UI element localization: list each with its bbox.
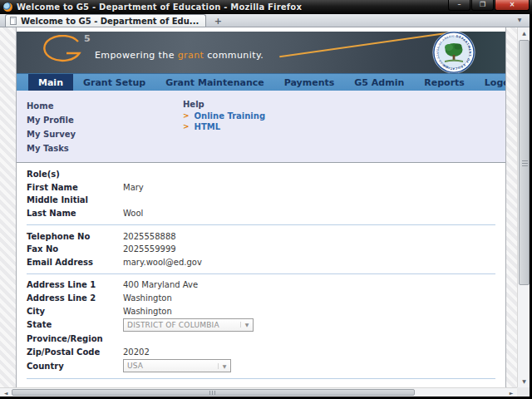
tab-title: Welcome to G5 - Department of Edu... [21, 17, 199, 26]
scroll-grip [522, 160, 528, 166]
form-row-city: City Washington [17, 304, 505, 318]
arrow-bullet-icon: > [183, 121, 190, 132]
field-label: Province/Region [27, 334, 123, 343]
close-button[interactable]: × [495, 0, 530, 11]
field-label: Address Line 1 [27, 280, 123, 289]
maximize-button[interactable]: ❐ [471, 0, 494, 11]
help-heading: Help [183, 99, 265, 111]
help-menu: Help > Online Training > HTML [183, 99, 265, 132]
nav-item-grant-setup[interactable]: Grant Setup [73, 74, 155, 91]
field-label: Email Address [27, 258, 123, 267]
active-tab[interactable]: Welcome to G5 - Department of Edu... [5, 14, 206, 27]
window-controls: – ❐ × [447, 0, 530, 11]
scroll-up-icon[interactable]: ▲ [518, 27, 530, 39]
nav-item-grant-maintenance[interactable]: Grant Maintenance [155, 74, 274, 91]
field-label: Role(s) [27, 170, 123, 179]
field-label: State [27, 320, 123, 329]
form-row-fax: Fax No 2025559999 [17, 243, 505, 256]
field-value: 2025559999 [123, 244, 176, 254]
vertical-scrollbar[interactable]: ▲ ▼ [517, 27, 530, 387]
section-divider [27, 273, 495, 274]
scroll-left-icon[interactable]: ◄ [0, 388, 12, 397]
field-value: 2025558888 [123, 232, 176, 241]
help-link-html[interactable]: > HTML [183, 121, 265, 132]
tagline-highlight: grant [178, 50, 204, 61]
nav-item-reports[interactable]: Reports [414, 74, 475, 91]
window-title: Welcome to G5 - Department of Education … [17, 2, 302, 12]
field-label: Country [27, 362, 123, 371]
form-row-country: Country USA ▼ [17, 358, 505, 373]
tagline-prefix: Empowering the [95, 50, 178, 61]
page-content: 5 Empowering the grant community. DEPART… [16, 27, 506, 387]
page-icon [10, 17, 17, 25]
form-row-first-name: First Name Mary [17, 181, 505, 195]
main-navigation: Main Grant Setup Grant Maintenance Payme… [17, 73, 505, 91]
department-of-education-seal-icon: DEPARTMENT OF EDUCATION UNITED STATES OF… [432, 32, 475, 73]
field-label: City [27, 307, 123, 316]
help-link-online-training[interactable]: > Online Training [183, 111, 265, 121]
chevron-down-icon: ▼ [240, 322, 253, 328]
field-label: Zip/Postal Code [27, 347, 123, 357]
form-row-zip: Zip/Postal Code 20202 [17, 346, 505, 359]
field-label: Fax No [27, 244, 123, 254]
menu-panel: Home My Profile My Survey My Tasks Help … [17, 91, 505, 163]
form-row-middle-initial: Middle Initial [17, 194, 505, 207]
field-value: Washington [123, 293, 172, 303]
page-viewport: 5 Empowering the grant community. DEPART… [0, 27, 517, 387]
country-select[interactable]: USA ▼ [123, 359, 231, 372]
section-divider [27, 378, 495, 379]
tab-list-dropdown-icon[interactable]: ▼ [513, 15, 526, 25]
field-label: Middle Initial [27, 195, 123, 204]
firefox-icon [3, 2, 12, 12]
arrow-bullet-icon: > [183, 111, 190, 121]
field-value: 20202 [123, 347, 150, 357]
nav-item-g5-admin[interactable]: G5 Admin [344, 74, 414, 91]
menu-item-my-survey[interactable]: My Survey [27, 127, 76, 141]
field-value: Washington [123, 307, 172, 316]
minimize-button[interactable]: – [448, 0, 470, 11]
form-row-roles: Role(s) [17, 168, 505, 181]
section-divider [27, 224, 495, 225]
form-row-telephone: Telephone No 2025558888 [17, 229, 505, 243]
form-row-address2: Address Line 2 Washington [17, 292, 505, 305]
title-bar: Welcome to G5 - Department of Education … [0, 0, 532, 14]
state-select-value: DISTRICT OF COLUMBIA [124, 321, 240, 329]
form-row-last-name: Last Name Wool [17, 207, 505, 220]
field-label: First Name [27, 183, 123, 192]
side-menu: Home My Profile My Survey My Tasks [27, 99, 76, 155]
tagline-suffix: community. [204, 50, 264, 61]
scroll-right-icon[interactable]: ► [505, 388, 517, 397]
chevron-down-icon: ▼ [218, 363, 230, 369]
field-value: Mary [123, 183, 144, 192]
field-label: Telephone No [27, 232, 123, 241]
new-tab-button[interactable]: + [209, 16, 226, 26]
html-link: HTML [195, 121, 221, 132]
country-select-value: USA [124, 362, 218, 370]
field-value: 400 Maryland Ave [123, 280, 198, 289]
horizontal-scrollbar[interactable]: ◄ ► [0, 387, 517, 397]
online-training-link: Online Training [195, 111, 266, 121]
nav-item-main[interactable]: Main [28, 74, 73, 91]
form-row-state: State DISTRICT OF COLUMBIA ▼ [17, 318, 505, 332]
field-value: mary.wool@ed.gov [123, 258, 202, 267]
menu-item-home[interactable]: Home [27, 99, 76, 113]
menu-item-my-tasks[interactable]: My Tasks [27, 141, 76, 155]
g5-logo [42, 35, 85, 66]
field-label: Last Name [27, 209, 123, 218]
scrollbar-corner [517, 387, 530, 397]
menu-item-my-profile[interactable]: My Profile [27, 113, 76, 127]
vertical-scroll-thumb[interactable] [519, 40, 530, 285]
profile-form: Role(s) First Name Mary Middle Initial L… [17, 163, 505, 379]
form-row-email: Email Address mary.wool@ed.gov [17, 256, 505, 269]
g5-logo-5: 5 [84, 33, 91, 44]
form-row-province: Province/Region [17, 332, 505, 346]
state-select[interactable]: DISTRICT OF COLUMBIA ▼ [123, 318, 254, 332]
field-label: Address Line 2 [27, 293, 123, 303]
nav-item-payments[interactable]: Payments [274, 74, 345, 91]
scroll-grip [209, 391, 217, 395]
form-row-address1: Address Line 1 400 Maryland Ave [17, 278, 505, 292]
horizontal-scroll-thumb[interactable] [12, 389, 415, 396]
scroll-down-icon[interactable]: ▼ [518, 376, 530, 387]
g5-banner: 5 Empowering the grant community. DEPART… [17, 32, 505, 73]
nav-item-logout[interactable]: Logout [475, 74, 506, 91]
